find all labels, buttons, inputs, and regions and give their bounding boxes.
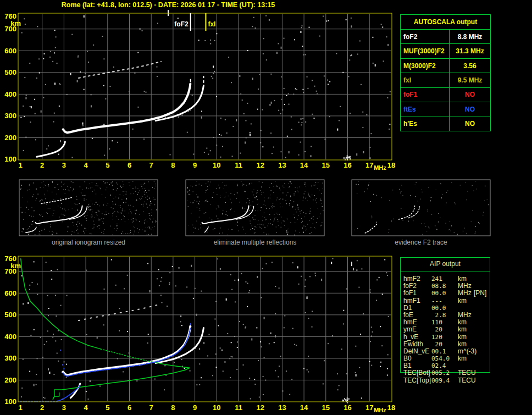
aip-param-label: B0 <box>403 355 412 362</box>
thumbnail-caption-evidence: evidence F2 trace <box>352 239 490 246</box>
x-tick-14: 14 <box>296 404 312 411</box>
x-tick-15: 15 <box>318 162 334 169</box>
autoscala-param-label: foF1 <box>401 88 450 102</box>
x-tick-16: 16 <box>340 404 356 411</box>
x-tick-12: 12 <box>253 404 268 411</box>
aip-param-value: 00.0 <box>431 290 446 297</box>
autoscala-table-header: AUTOSCALA output <box>401 15 490 30</box>
x-tick-11: 11 <box>231 162 246 169</box>
aip-header-divider <box>401 272 490 272</box>
y-tick-200: 200 <box>2 377 16 384</box>
axis-unit-mhz: MHz <box>374 407 386 414</box>
aip-param-value: 110 <box>431 319 442 326</box>
x-tick-13: 13 <box>274 404 290 411</box>
x-tick-5: 5 <box>100 404 115 411</box>
aip-param-value: 2.8 <box>431 312 446 319</box>
aip-param-label: B1 <box>403 362 412 369</box>
aip-param-value: --- <box>431 297 442 305</box>
x-tick-16: 16 <box>340 162 356 169</box>
aip-param-unit: km <box>458 326 467 333</box>
axis-unit-km: km <box>7 262 21 269</box>
aip-param-label: foF1 <box>403 290 417 297</box>
aip-param-label: hmF2 <box>403 275 420 283</box>
y-tick-400: 400 <box>2 333 16 340</box>
aip-param-unit: TECU <box>458 369 476 377</box>
autoscala-param-value: 31.3 MHz <box>450 44 490 58</box>
x-tick-10: 10 <box>209 162 224 169</box>
aip-param-value: 02.4 <box>431 362 446 369</box>
aip-param-unit: km <box>458 275 467 283</box>
x-tick-7: 7 <box>143 162 159 169</box>
aip-row-D1: D100.0 <box>401 305 490 312</box>
aip-row-TEC[Top]: TEC[Top]009.4TECU <box>401 377 490 384</box>
autoscala-param-label: MUF(3000)F2 <box>401 44 450 58</box>
x-tick-3: 3 <box>56 162 71 169</box>
x-tick-1: 1 <box>13 404 28 411</box>
y-tick-300: 300 <box>2 112 16 119</box>
autoscala-param-label: M(3000)F2 <box>401 59 450 73</box>
thumbnail-caption-cleaned: eliminate multiple reflections <box>186 239 324 246</box>
aip-row-h_vE: h_vE120km <box>401 334 490 341</box>
x-tick-4: 4 <box>78 404 93 411</box>
autoscala-row-M(3000)F2: M(3000)F23.56 <box>401 59 490 73</box>
x-tick-1: 1 <box>13 162 28 169</box>
x-tick-6: 6 <box>122 162 137 169</box>
aip-param-label: TEC[Bot] <box>403 369 430 377</box>
x-tick-15: 15 <box>318 404 334 411</box>
autoscala-param-value: NO <box>450 102 490 116</box>
x-tick-10: 10 <box>209 404 224 411</box>
aip-param-value: 054.0 <box>431 355 450 362</box>
autoscala-param-value: NO <box>450 88 490 102</box>
aip-row-Ewidth: Ewidth 20km <box>401 341 490 348</box>
y-tick-760: 760 <box>2 255 16 262</box>
x-tick-3: 3 <box>56 404 71 411</box>
autoscala-row-foF2: foF28.8 MHz <box>401 30 490 44</box>
autoscala-row-h'Es: h'EsNO <box>401 117 490 131</box>
aip-param-value: 20 <box>431 326 442 333</box>
x-tick-8: 8 <box>165 162 181 169</box>
aip-param-label: h_vE <box>403 334 418 341</box>
aip-param-unit: km <box>458 355 467 362</box>
aip-param-label: foF2 <box>403 283 417 290</box>
y-tick-400: 400 <box>2 91 16 98</box>
aip-row-DelN_vE: DelN_vE00.1m^(-3) <box>401 348 490 355</box>
autoscala-row-ftEs: ftEsNO <box>401 102 490 117</box>
x-tick-9: 9 <box>187 404 203 411</box>
autoscala-param-label: fxI <box>401 73 450 87</box>
aip-row-hmF1: hmF1---km <box>401 297 490 305</box>
aip-param-unit: km <box>458 297 467 305</box>
y-tick-600: 600 <box>2 290 16 297</box>
aip-output-table: AIP output hmF2241kmfoF208.8MHzfoF100.0M… <box>400 257 490 373</box>
x-tick-13: 13 <box>274 162 290 169</box>
x-tick-11: 11 <box>231 404 246 411</box>
x-tick-2: 2 <box>35 162 50 169</box>
aip-param-unit: km <box>458 334 467 341</box>
autoscala-output-table: AUTOSCALA output foF28.8 MHzMUF(3000)F23… <box>400 14 491 131</box>
aip-row-ymE: ymE 20km <box>401 326 490 333</box>
aip-param-unit: km <box>458 319 467 326</box>
y-tick-300: 300 <box>2 355 16 362</box>
x-tick-4: 4 <box>78 162 93 169</box>
x-tick-9: 9 <box>187 162 203 169</box>
aip-param-value: 00.1 <box>431 348 446 355</box>
y-tick-600: 600 <box>2 47 16 54</box>
autoscala-param-label: foF2 <box>401 30 450 43</box>
aip-param-unit: TECU <box>458 377 476 384</box>
aip-param-label: foE <box>403 312 413 319</box>
aip-table-body: hmF2241kmfoF208.8MHzfoF100.0MHz[PN]hmF1-… <box>401 275 490 384</box>
aip-param-extra: [PN] <box>474 290 486 297</box>
thumbnail-caption-original: original ionogram resized <box>19 239 158 246</box>
marker-label-fxI: fxI <box>208 21 215 27</box>
aip-param-value: 20 <box>431 341 442 348</box>
x-tick-7: 7 <box>143 404 159 411</box>
autoscala-param-value: 9.5 MHz <box>450 73 490 87</box>
x-tick-12: 12 <box>253 162 268 169</box>
aip-param-value: 009.4 <box>431 377 450 384</box>
axis-unit-mhz: MHz <box>374 164 386 171</box>
x-tick-14: 14 <box>296 162 312 169</box>
aip-param-label: TEC[Top] <box>403 377 431 384</box>
autoscala-row-foF1: foF1NO <box>401 88 490 102</box>
aip-param-label: hmE <box>403 319 417 326</box>
aip-table-header: AIP output <box>401 260 490 268</box>
autoscala-row-fxI: fxI9.5 MHz <box>401 73 490 87</box>
